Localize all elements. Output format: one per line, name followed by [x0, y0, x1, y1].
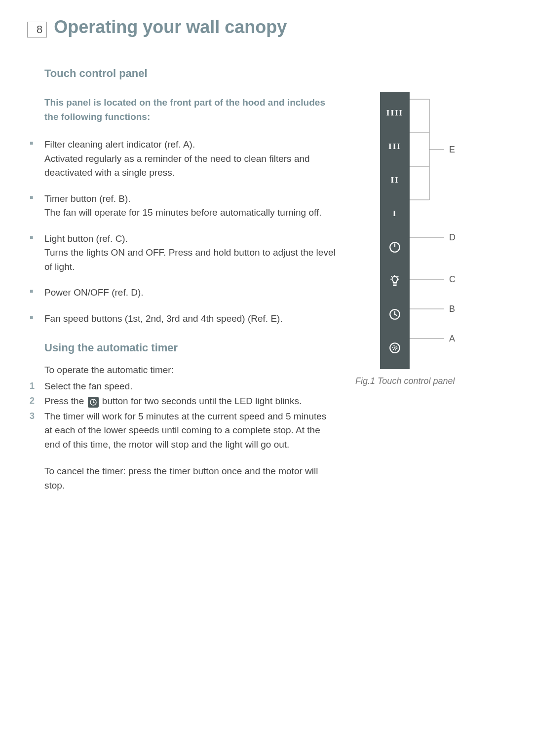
svg-point-11 [394, 347, 395, 349]
bullet-lead: Fan speed buttons (1st, 2nd, 3rd and 4th… [44, 313, 283, 324]
label-e: E [449, 145, 455, 155]
intro-text: This panel is located on the front part … [44, 96, 336, 124]
bullet-lead: Light button (ref. C). [44, 233, 128, 244]
label-d: D [449, 232, 456, 243]
list-item: Filter cleaning alert indicator (ref. A)… [44, 138, 336, 180]
label-b: B [449, 304, 455, 314]
list-item: Power ON/OFF (ref. D). [44, 286, 336, 300]
speed-2-button: II [380, 166, 410, 194]
figure-caption: Fig.1 Touch control panel [355, 376, 494, 386]
speed-4-button: IIII [380, 99, 410, 127]
step-item: Select the fan speed. [44, 379, 336, 394]
clock-icon [88, 397, 99, 408]
clock-icon [380, 300, 410, 329]
power-icon [380, 233, 410, 262]
bullet-desc: Turns the lights ON and OFF. Press and h… [44, 246, 336, 274]
label-c: C [449, 274, 456, 285]
label-a: A [449, 334, 455, 344]
step-item: The timer will work for 5 minutes at the… [44, 410, 336, 452]
bullet-lead: Filter cleaning alert indicator (ref. A)… [44, 139, 195, 150]
figure-column: IIII III II I [355, 67, 494, 492]
speed-3-button: III [380, 132, 410, 161]
svg-line-7 [397, 276, 398, 277]
bullet-lead: Power ON/OFF (ref. D). [44, 287, 144, 298]
svg-line-6 [391, 276, 392, 277]
steps-list: Select the fan speed. Press the button f… [44, 379, 336, 452]
page-header: 8 Operating your wall canopy [27, 17, 506, 38]
filter-icon [380, 334, 410, 362]
step-text-a: Press the [44, 396, 87, 406]
step-item: Press the button for two seconds until t… [44, 394, 336, 409]
cancel-note: To cancel the timer: press the timer but… [44, 464, 336, 492]
page-title: Operating your wall canopy [54, 17, 287, 38]
step-text-b: button for two seconds until the LED lig… [100, 396, 302, 406]
bullet-desc: The fan will operate for 15 minutes befo… [44, 206, 336, 220]
timer-intro: To operate the automatic timer: [44, 363, 336, 378]
list-item: Timer button (ref. B). The fan will oper… [44, 192, 336, 220]
main-text-column: Touch control panel This panel is locate… [27, 67, 336, 492]
list-item: Light button (ref. C). Turns the lights … [44, 232, 336, 274]
speed-1-button: I [380, 199, 410, 228]
bullet-desc: Activated regularly as a reminder of the… [44, 152, 336, 180]
function-list: Filter cleaning alert indicator (ref. A)… [44, 138, 336, 326]
touch-control-panel: IIII III II I [380, 92, 410, 369]
light-icon [380, 266, 410, 295]
section-title-panel: Touch control panel [44, 67, 336, 80]
leader-lines [410, 92, 454, 368]
section-title-timer: Using the automatic timer [44, 341, 336, 354]
bullet-lead: Timer button (ref. B). [44, 193, 131, 204]
list-item: Fan speed buttons (1st, 2nd, 3rd and 4th… [44, 312, 336, 326]
page-number-box: 8 [27, 22, 47, 38]
